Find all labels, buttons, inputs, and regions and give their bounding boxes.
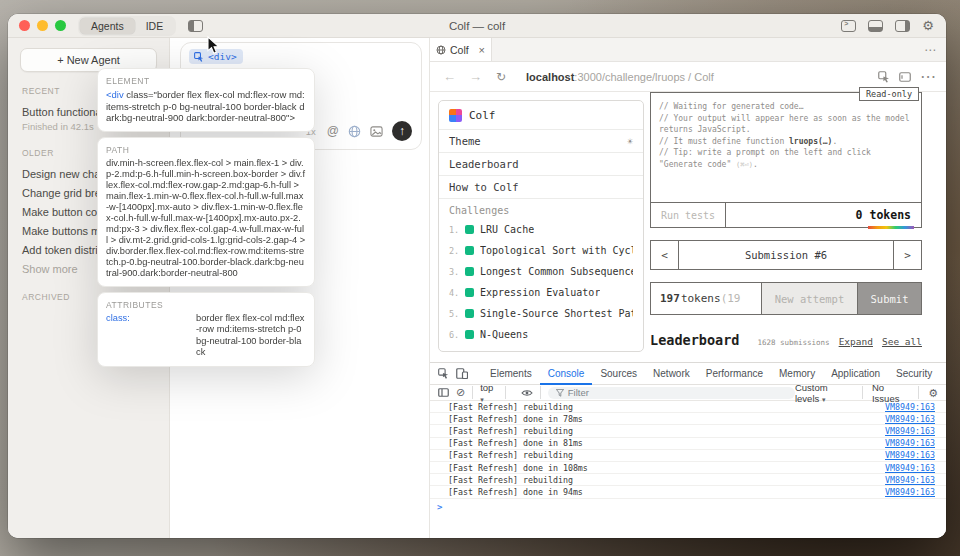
attr-name: class: <box>106 313 196 359</box>
eye-icon[interactable] <box>521 389 533 397</box>
source-link[interactable]: VM8949:163 <box>885 438 935 448</box>
source-link[interactable]: VM8949:163 <box>885 475 935 485</box>
nav-item-howto[interactable]: How to Colf <box>439 175 643 198</box>
leaderboard-header: Leaderboard 1628 submissions Expand See … <box>650 332 922 348</box>
element-attrs: class="border flex flex-col md:flex-row … <box>106 89 305 123</box>
path-label: PATH <box>106 145 306 155</box>
submission-nav: < Submission #6 > <box>650 240 922 270</box>
terminal-panel-icon[interactable] <box>841 20 856 32</box>
devtools-tab-overflow[interactable]: » <box>940 363 946 385</box>
reload-icon[interactable]: ↻ <box>496 70 506 84</box>
custom-levels-dropdown[interactable]: Custom levels ▾ <box>795 382 853 404</box>
console-row: [Fast Refresh] done in 108msVM8949:163 <box>430 462 946 474</box>
close-window-button[interactable] <box>19 20 30 31</box>
next-submission-button[interactable]: > <box>893 241 921 269</box>
challenge-item[interactable]: 2.Topological Sort with Cycle… <box>439 240 643 261</box>
console-row: [Fast Refresh] done in 78msVM8949:163 <box>430 413 946 425</box>
console-sidebar-icon[interactable] <box>438 388 449 397</box>
devtools-tab-console[interactable]: Console <box>540 363 593 385</box>
nav-item-theme[interactable]: Theme ☀ <box>439 129 643 152</box>
device-toolbar-icon[interactable] <box>456 368 468 379</box>
devtools-tab-performance[interactable]: Performance <box>698 363 771 385</box>
globe-icon[interactable] <box>348 125 361 138</box>
code-editor: Read-only // Waiting for generated code…… <box>650 92 922 228</box>
challenge-item[interactable]: 6.N-Queens <box>439 324 643 345</box>
tab-close-icon[interactable]: × <box>479 45 485 55</box>
token-counter: 0 tokens <box>726 203 921 227</box>
sidebar-toggle-icon[interactable] <box>188 20 203 32</box>
funnel-icon <box>556 389 564 397</box>
source-link[interactable]: VM8949:163 <box>885 414 935 424</box>
theme-sun-icon[interactable]: ☀ <box>627 136 633 147</box>
console-toolbar: ⊘ top ▾ Filter Custom levels ▾ <box>430 385 946 401</box>
inspect-element-icon[interactable] <box>878 71 890 83</box>
settings-gear-icon[interactable]: ⚙ <box>922 20 934 32</box>
devtools-tab-network[interactable]: Network <box>645 363 698 385</box>
console-row: [Fast Refresh] rebuildingVM8949:163 <box>430 425 946 437</box>
minimize-window-button[interactable] <box>37 20 48 31</box>
mode-switcher: Agents IDE <box>78 16 176 36</box>
clear-console-icon[interactable]: ⊘ <box>456 386 465 399</box>
no-issues-badge[interactable]: No Issues <box>872 382 909 404</box>
nav-item-leaderboard[interactable]: Leaderboard <box>439 152 643 175</box>
back-icon[interactable]: ← <box>443 69 456 84</box>
right-panel-icon[interactable] <box>895 20 910 32</box>
prev-submission-button[interactable]: < <box>651 241 679 269</box>
editor-statusbar: Run tests 0 tokens <box>651 202 921 227</box>
browser-tab-colf[interactable]: Colf × <box>430 38 492 61</box>
globe-icon <box>436 45 446 55</box>
submit-button[interactable]: Submit <box>857 282 922 315</box>
zoom-window-button[interactable] <box>55 20 66 31</box>
element-inspector-popup: ELEMENT <div class="border flex flex-col… <box>97 68 315 367</box>
source-link[interactable]: VM8949:163 <box>885 426 935 436</box>
challenge-status-icon <box>465 225 474 234</box>
forward-icon[interactable]: → <box>469 69 482 84</box>
path-value: div.min-h-screen.flex.flex-col > main.fl… <box>106 158 306 279</box>
desktop-wallpaper: Agents IDE Colf — colf ⚙ + New Agent REC… <box>0 0 960 556</box>
console-filter-input[interactable]: Filter <box>548 387 795 399</box>
mention-icon[interactable]: @ <box>327 125 339 137</box>
tab-agents[interactable]: Agents <box>80 18 135 34</box>
bottom-panel-icon[interactable] <box>868 20 883 32</box>
run-tests-button[interactable]: Run tests <box>651 203 726 227</box>
site-nav-card: Colf Theme ☀ Leaderboard How to Colf Cha… <box>438 100 644 352</box>
urlbar-menu-icon[interactable]: ⋯ <box>920 67 936 86</box>
inspect-icon <box>194 52 204 62</box>
inspect-element-icon[interactable] <box>438 368 449 379</box>
see-all-link[interactable]: See all <box>882 336 922 347</box>
challenge-item[interactable]: 5.Single-Source Shortest Paths <box>439 303 643 324</box>
challenge-status-icon <box>465 330 474 339</box>
console-row: [Fast Refresh] done in 94msVM8949:163 <box>430 486 946 498</box>
challenge-item[interactable]: 3.Longest Common Subsequence <box>439 261 643 282</box>
browser-pane: Colf × ⋯ ← → ↻ localhost:3000/challenge/… <box>430 38 946 538</box>
image-attach-icon[interactable] <box>370 125 383 138</box>
devtools-tab-sources[interactable]: Sources <box>592 363 645 385</box>
app-window: Agents IDE Colf — colf ⚙ + New Agent REC… <box>8 14 946 538</box>
attr-value: border flex flex-col md:flex-row md:item… <box>196 313 306 359</box>
new-attempt-button[interactable]: New attempt <box>761 282 858 315</box>
console-row: [Fast Refresh] done in 81msVM8949:163 <box>430 438 946 450</box>
tab-title: Colf <box>450 44 469 56</box>
url-field[interactable]: localhost:3000/challenge/lruops / Colf <box>526 71 714 83</box>
console-prompt[interactable]: > <box>430 499 946 512</box>
readonly-badge: Read-only <box>859 87 919 101</box>
send-button[interactable]: ↑ <box>392 121 412 141</box>
console-settings-icon[interactable]: ⚙ <box>928 387 938 399</box>
expand-link[interactable]: Expand <box>839 336 873 347</box>
context-selector[interactable]: top ▾ <box>480 382 498 404</box>
inspector-path-section: PATH div.min-h-screen.flex.flex-col > ma… <box>97 137 315 287</box>
source-link[interactable]: VM8949:163 <box>885 487 935 497</box>
tabstrip-menu-icon[interactable]: ⋯ <box>924 43 936 57</box>
console-log: [Fast Refresh] rebuildingVM8949:163 [Fas… <box>430 401 946 512</box>
traffic-lights <box>19 20 66 31</box>
tab-ide[interactable]: IDE <box>135 18 175 34</box>
source-link[interactable]: VM8949:163 <box>885 463 935 473</box>
challenge-item[interactable]: 1.LRU Cache <box>439 219 643 240</box>
console-row: [Fast Refresh] rebuildingVM8949:163 <box>430 474 946 486</box>
source-link[interactable]: VM8949:163 <box>885 450 935 460</box>
brand-link[interactable]: Colf <box>439 101 643 129</box>
challenge-item[interactable]: 4.Expression Evaluator <box>439 282 643 303</box>
source-link[interactable]: VM8949:163 <box>885 402 935 412</box>
titlebar-actions: ⚙ <box>841 20 934 32</box>
device-preview-icon[interactable] <box>899 72 911 82</box>
